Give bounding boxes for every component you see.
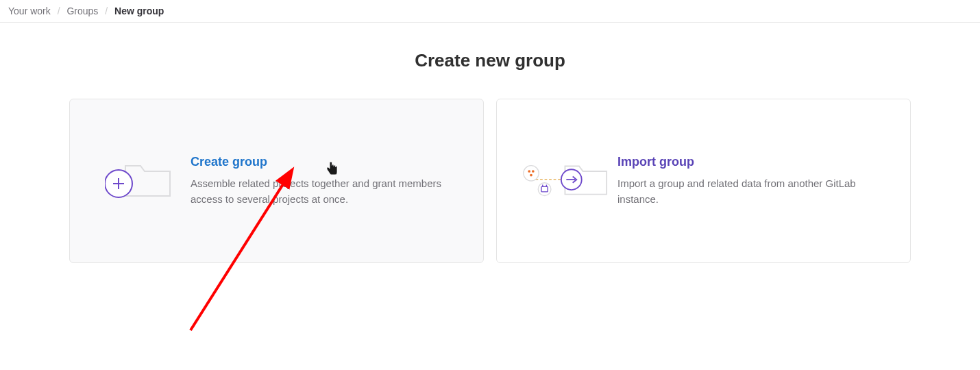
create-group-icon xyxy=(95,153,191,208)
breadcrumb-separator: / xyxy=(58,5,60,16)
main-content: Create new group Create group Assemble r… xyxy=(0,23,980,291)
import-group-icon xyxy=(522,150,617,212)
import-group-text: Import group Import a group and related … xyxy=(617,155,885,207)
breadcrumb-separator: / xyxy=(105,5,108,16)
create-group-text: Create group Assemble related projects t… xyxy=(191,155,458,207)
import-group-title: Import group xyxy=(617,155,885,169)
create-group-description: Assemble related projects together and g… xyxy=(191,176,458,207)
svg-point-4 xyxy=(524,166,539,181)
svg-point-7 xyxy=(530,174,532,177)
page-title: Create new group xyxy=(14,50,966,71)
svg-point-6 xyxy=(532,170,535,173)
breadcrumb-current: New group xyxy=(114,5,164,16)
svg-point-8 xyxy=(538,183,551,196)
svg-point-5 xyxy=(528,170,530,173)
create-group-card[interactable]: Create group Assemble related projects t… xyxy=(69,99,484,263)
import-group-description: Import a group and related data from ano… xyxy=(617,176,885,207)
option-cards: Create group Assemble related projects t… xyxy=(14,99,966,263)
breadcrumb-your-work[interactable]: Your work xyxy=(8,5,51,16)
breadcrumb-groups[interactable]: Groups xyxy=(66,5,98,16)
import-group-card[interactable]: Import group Import a group and related … xyxy=(496,99,911,263)
breadcrumb: Your work / Groups / New group xyxy=(0,0,980,23)
create-group-title: Create group xyxy=(191,155,458,169)
